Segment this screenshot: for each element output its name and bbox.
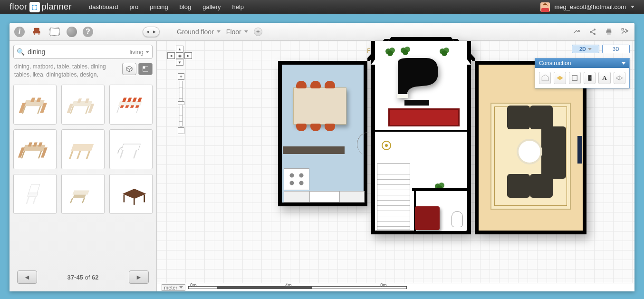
prev-page-button[interactable]: ◄ <box>17 270 37 284</box>
globe-icon[interactable] <box>67 27 77 37</box>
view-2d-button[interactable] <box>138 63 153 75</box>
furniture-item[interactable] <box>13 129 57 169</box>
nav-dashboard[interactable]: dashboard <box>89 3 118 10</box>
chevron-down-icon <box>244 30 248 33</box>
furniture-icon[interactable] <box>30 26 43 38</box>
help-icon[interactable]: ? <box>83 27 93 37</box>
sidebar: 🔍 living dining, matbord, table, tables,… <box>10 41 157 291</box>
pan-down-button[interactable]: ▼ <box>176 59 183 66</box>
svg-rect-51 <box>33 196 37 204</box>
zoom-handle[interactable] <box>178 101 184 105</box>
mode-3d-button[interactable]: 3D <box>602 45 630 53</box>
search-input[interactable] <box>28 48 129 56</box>
armchair[interactable] <box>507 174 530 198</box>
floor-tool-icon[interactable] <box>554 72 566 84</box>
nav-pro[interactable]: pro <box>130 3 139 10</box>
construction-panel[interactable]: Construction A <box>535 58 630 88</box>
photos-icon[interactable] <box>48 26 61 38</box>
svg-rect-42 <box>69 151 74 159</box>
chevron-down-icon <box>179 286 183 289</box>
svg-rect-58 <box>134 199 135 204</box>
wall-tool-icon[interactable] <box>569 72 581 84</box>
plant-icon[interactable] <box>438 45 451 58</box>
user-email: meg_escott@hotmail.com <box>555 3 626 10</box>
armchair[interactable] <box>507 106 530 129</box>
svg-rect-52 <box>72 190 89 194</box>
pan-right-button[interactable]: ► <box>184 52 192 59</box>
sink[interactable] <box>309 191 340 203</box>
sofa[interactable] <box>541 126 566 179</box>
room-tool-icon[interactable] <box>539 72 551 84</box>
view-3d-button[interactable] <box>122 63 136 75</box>
door-tool-icon[interactable] <box>584 72 596 84</box>
zoom-out-button[interactable]: − <box>178 127 184 134</box>
tv[interactable] <box>577 136 582 164</box>
stove[interactable] <box>284 168 309 190</box>
breadcrumb-design[interactable]: Floor <box>226 28 248 36</box>
info-icon[interactable]: i <box>14 27 25 37</box>
furniture-item[interactable] <box>61 85 105 125</box>
wall[interactable] <box>412 188 468 191</box>
svg-rect-46 <box>120 150 124 158</box>
furniture-item[interactable] <box>109 85 153 125</box>
next-page-button[interactable]: ► <box>129 270 149 284</box>
share-icon[interactable] <box>588 27 597 37</box>
breadcrumb-level2: Floor <box>226 28 241 36</box>
toilet[interactable] <box>452 211 463 227</box>
coffee-table[interactable] <box>519 141 540 163</box>
mode-2d-button[interactable]: 2D <box>572 45 599 53</box>
logo[interactable]: floor ⬚ planner <box>10 2 72 12</box>
user-menu[interactable]: meg_escott@hotmail.com <box>540 2 634 12</box>
armchair[interactable] <box>530 106 553 129</box>
plant-icon[interactable] <box>399 44 412 57</box>
furniture-grid <box>13 85 153 214</box>
piano-bench[interactable] <box>404 100 429 106</box>
rug[interactable] <box>388 108 460 126</box>
furniture-item[interactable] <box>13 85 57 125</box>
nav-blog[interactable]: blog <box>180 3 192 10</box>
nav-pricing[interactable]: pricing <box>150 3 168 10</box>
furniture-item[interactable] <box>61 174 105 214</box>
armchair[interactable] <box>530 174 553 198</box>
export-icon[interactable] <box>572 27 581 37</box>
settings-icon[interactable] <box>620 27 630 37</box>
nav-help[interactable]: help <box>232 3 244 10</box>
ceiling-light[interactable] <box>382 141 391 150</box>
piano[interactable] <box>393 58 441 101</box>
zoom-in-button[interactable]: + <box>178 73 184 80</box>
history-nav[interactable]: ◄► <box>143 27 160 37</box>
canvas[interactable]: ▲ ◄◉► ▼ + − First design loaded <box>157 41 634 291</box>
logo-text-1: floor <box>10 2 28 12</box>
scale-label: 4m <box>285 283 292 288</box>
furniture-item[interactable] <box>109 174 153 214</box>
add-design-button[interactable]: + <box>254 28 262 36</box>
pan-center-button[interactable]: ◉ <box>176 52 183 59</box>
chair[interactable] <box>296 81 307 88</box>
plant-icon[interactable] <box>384 45 397 58</box>
panel-header[interactable]: Construction <box>535 58 629 68</box>
furniture-item[interactable] <box>109 129 153 169</box>
print-icon[interactable] <box>604 27 614 37</box>
measure-tool-icon[interactable] <box>614 72 625 84</box>
pan-up-button[interactable]: ▲ <box>176 46 183 52</box>
svg-rect-56 <box>123 194 125 202</box>
zoom-slider[interactable] <box>180 81 183 126</box>
chevron-down-icon <box>631 6 634 8</box>
dining-table[interactable] <box>293 87 346 125</box>
chair[interactable] <box>310 81 321 88</box>
pan-left-button[interactable]: ◄ <box>167 52 175 59</box>
floorplan[interactable] <box>216 41 520 260</box>
chevron-down-icon <box>588 48 592 50</box>
text-tool-icon[interactable]: A <box>598 72 610 84</box>
breadcrumb-floor[interactable]: Ground floor <box>177 28 221 36</box>
kitchen-counter[interactable] <box>283 146 345 154</box>
furniture-item[interactable] <box>61 129 105 169</box>
chair[interactable] <box>325 81 335 88</box>
furniture-item[interactable] <box>13 174 57 214</box>
svg-rect-45 <box>122 144 141 150</box>
nav-gallery[interactable]: gallery <box>202 3 221 10</box>
unit-selector[interactable]: meter <box>162 284 185 291</box>
stairs[interactable] <box>377 164 410 230</box>
search-category[interactable]: living <box>129 48 149 56</box>
bench[interactable] <box>415 206 440 230</box>
